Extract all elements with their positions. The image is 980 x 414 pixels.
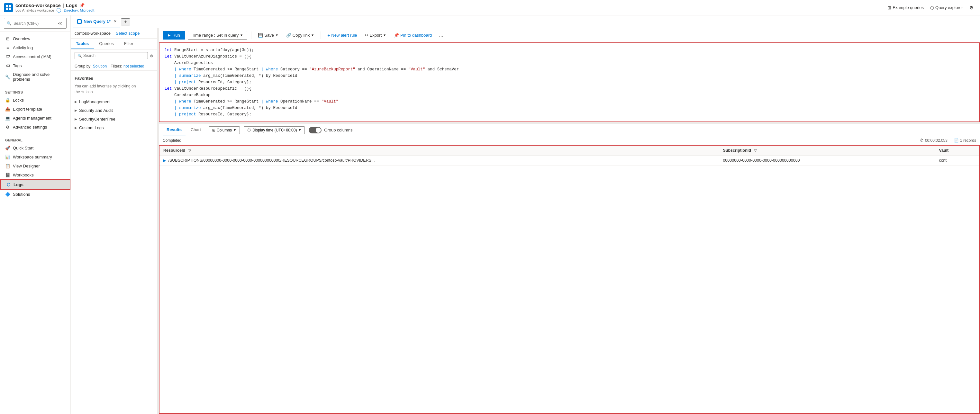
chevron-right-icon: ▶ xyxy=(75,100,77,103)
panel-search-area: 🔍 ⊜ xyxy=(71,49,157,62)
chevron-down-icon: ▼ xyxy=(298,128,301,132)
panel-content: Favorites You can add favorites by click… xyxy=(71,71,157,414)
chevron-down-icon: ▼ xyxy=(311,33,314,37)
results-tab-chart[interactable]: Chart xyxy=(187,124,205,136)
new-alert-rule-button[interactable]: + New alert rule xyxy=(325,31,360,40)
header-pipe: | xyxy=(63,3,64,8)
right-panel: ▶ Run Time range : Set in query ▼ 💾 Save… xyxy=(159,28,980,414)
sidebar-search-area: 🔍 ≪ xyxy=(0,16,70,32)
workspace-sub-label: Log Analytics workspace xyxy=(16,8,54,12)
panel-search-input[interactable] xyxy=(83,53,145,58)
tab-new-query-1[interactable]: New Query 1* ✕ xyxy=(73,16,120,28)
sidebar-item-agents-management[interactable]: 💻 Agents management xyxy=(0,113,70,122)
run-label: Run xyxy=(172,33,180,38)
sidebar-item-label: Workspace summary xyxy=(13,155,52,159)
sidebar-item-label: Access control (IAM) xyxy=(13,54,51,59)
code-editor[interactable]: let RangeStart = startofday(ago(3d)); le… xyxy=(159,43,980,122)
sidebar-item-quick-start[interactable]: 🚀 Quick Start xyxy=(0,143,70,152)
clock-icon: ⏱ xyxy=(920,138,924,143)
example-queries-button[interactable]: ⊞ Example queries xyxy=(885,4,926,11)
pin-to-dashboard-label: Pin to dashboard xyxy=(400,33,432,38)
column-header-vault[interactable]: Vault xyxy=(935,146,979,155)
clock-icon: ⏱ xyxy=(247,128,251,132)
chevron-down-icon: ▼ xyxy=(275,33,278,37)
sidebar-item-diagnose[interactable]: 🔧 Diagnose and solve problems xyxy=(0,70,70,84)
column-filter-icon[interactable]: ▽ xyxy=(754,149,757,152)
column-header-label: SubscriptionId xyxy=(723,148,751,153)
book-icon: 📓 xyxy=(5,172,10,178)
run-button[interactable]: ▶ Run xyxy=(163,31,185,40)
panel-tab-queries[interactable]: Queries xyxy=(94,38,119,49)
sidebar-search-box[interactable]: 🔍 ≪ xyxy=(4,18,67,29)
display-time-button[interactable]: ⏱ Display time (UTC+00:00) ▼ xyxy=(244,126,305,134)
settings-icon: ⚙ xyxy=(5,124,10,130)
time-range-button[interactable]: Time range : Set in query ▼ xyxy=(188,31,247,40)
pin-icon[interactable]: 📌 xyxy=(80,3,84,8)
sidebar-item-export-template[interactable]: 📤 Export template xyxy=(0,105,70,113)
column-filter-icon[interactable]: ▽ xyxy=(188,149,191,152)
settings-button[interactable]: ⚙ xyxy=(967,4,976,11)
run-icon: ▶ xyxy=(168,33,170,37)
cell-value: /SUBSCRIPTIONS/00000000-0000-0000-0000-0… xyxy=(168,158,375,163)
view-icon: 📋 xyxy=(5,163,10,168)
tag-icon: 🏷 xyxy=(5,63,10,68)
sidebar-item-tags[interactable]: 🏷 Tags xyxy=(0,61,70,70)
sidebar-collapse-button[interactable]: ≪ xyxy=(57,20,64,27)
sidebar-item-locks[interactable]: 🔒 Locks xyxy=(0,95,70,105)
panel-tabs: Tables Queries Filter xyxy=(71,38,157,49)
sidebar-item-view-designer[interactable]: 📋 View Designer xyxy=(0,161,70,170)
code-line-10: | summarize arg_max(TimeGenerated, *) by… xyxy=(165,105,974,111)
results-table-container: ResourceId ▽ SubscriptionId ▽ Vault xyxy=(159,145,980,414)
agent-icon: 💻 xyxy=(5,116,10,121)
query-explorer-button[interactable]: ⬡ Query explorer xyxy=(928,4,966,11)
code-line-3: AzureDiagnostics xyxy=(165,60,974,66)
group-columns-switch[interactable] xyxy=(309,127,321,133)
favorites-title: Favorites xyxy=(75,76,153,81)
tree-item-security-center-free[interactable]: ▶ SecurityCenterFree xyxy=(71,115,157,124)
tree-item-security-audit[interactable]: ▶ Security and Audit xyxy=(71,106,157,115)
export-button[interactable]: ↦ Export ▼ xyxy=(362,31,389,39)
column-header-subscriptionid[interactable]: SubscriptionId ▽ xyxy=(719,146,935,155)
display-time-label: Display time (UTC+00:00) xyxy=(252,128,297,132)
results-tab-results[interactable]: Results xyxy=(163,124,186,136)
code-line-4: | where TimeGenerated >= RangeStart | wh… xyxy=(165,66,974,73)
filter-icon[interactable]: ⊜ xyxy=(150,53,153,58)
copy-link-icon: 🔗 xyxy=(286,33,291,38)
results-table: ResourceId ▽ SubscriptionId ▽ Vault xyxy=(159,146,979,165)
sidebar-item-access-control[interactable]: 🛡 Access control (IAM) xyxy=(0,52,70,61)
tab-close-button[interactable]: ✕ xyxy=(114,20,116,23)
sidebar-item-solutions[interactable]: 🔷 Solutions xyxy=(0,190,70,199)
tab-bar: New Query 1* ✕ + xyxy=(71,16,980,28)
query-explorer-icon: ⬡ xyxy=(930,5,934,10)
panel-tab-filter[interactable]: Filter xyxy=(119,38,138,49)
wrench-icon: 🔧 xyxy=(5,74,10,79)
columns-button[interactable]: ⊞ Columns ▼ xyxy=(208,126,240,134)
sidebar-item-overview[interactable]: ⊞ Overview xyxy=(0,34,70,43)
panel-search-box[interactable]: 🔍 xyxy=(75,52,148,59)
info-icon[interactable]: i xyxy=(57,8,61,13)
panel-tab-tables[interactable]: Tables xyxy=(71,38,94,49)
column-header-resourceid[interactable]: ResourceId ▽ xyxy=(159,146,719,155)
pin-to-dashboard-button[interactable]: 📌 Pin to dashboard xyxy=(391,31,434,39)
tree-item-custom-logs[interactable]: ▶ Custom Logs xyxy=(71,124,157,132)
more-options-button[interactable]: ... xyxy=(437,32,445,39)
sidebar-item-logs[interactable]: ⬡ Logs xyxy=(0,179,70,190)
row-expand-button[interactable]: ▶ xyxy=(163,159,166,162)
group-by-value[interactable]: Solution xyxy=(93,64,107,68)
chevron-right-icon: ▶ xyxy=(75,117,77,121)
tree-item-log-management[interactable]: ▶ LogManagement xyxy=(71,97,157,106)
top-header: contoso-workspace | Logs 📌 Log Analytics… xyxy=(0,0,980,16)
save-button[interactable]: 💾 Save ▼ xyxy=(255,31,281,39)
status-text: Completed xyxy=(163,138,181,143)
filters-value[interactable]: not selected xyxy=(124,64,144,68)
select-scope-link[interactable]: Select scope xyxy=(116,31,140,36)
sidebar-item-workbooks[interactable]: 📓 Workbooks xyxy=(0,170,70,179)
copy-link-button[interactable]: 🔗 Copy link ▼ xyxy=(283,31,317,39)
sidebar-item-label: Overview xyxy=(13,36,30,41)
tab-add-button[interactable]: + xyxy=(121,18,130,25)
code-line-2: let VaultUnderAzureDiagnostics = (){ xyxy=(165,53,974,60)
sidebar-item-advanced-settings[interactable]: ⚙ Advanced settings xyxy=(0,122,70,132)
sidebar-search-input[interactable] xyxy=(13,21,55,26)
sidebar-item-activity-log[interactable]: ≡ Activity log xyxy=(0,43,70,52)
sidebar-item-workspace-summary[interactable]: 📊 Workspace summary xyxy=(0,152,70,161)
